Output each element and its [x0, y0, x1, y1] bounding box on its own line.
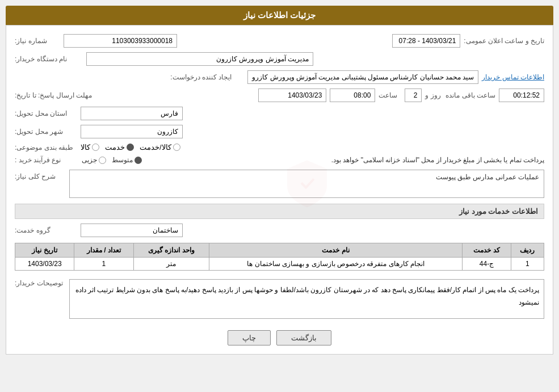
need-number-label: شماره نیاز: [15, 37, 60, 45]
buyer-name-label: نام دستگاه خریدار: [15, 55, 83, 63]
radio-jozii-label: جزیی [82, 156, 97, 164]
col-quantity: تعداد / مقدار [74, 243, 133, 258]
time-label: ساعت [379, 91, 401, 99]
radio-kala-khedmat-circle [173, 144, 180, 151]
row-group-service: ساختمان گروه خدمت: [15, 224, 544, 237]
announcement-value: 1403/03/21 - 07:28 [392, 34, 460, 48]
need-number-value: 1103003933000018 [64, 34, 177, 48]
table-row: 1ج-44انجام کارهای متفرقه درخصوص بازسازی … [15, 258, 544, 271]
col-service-code: کد خدمت [463, 243, 511, 258]
days-value: 2 [405, 88, 422, 102]
radio-khedmat-circle [127, 144, 134, 151]
radio-khedmat[interactable]: خدمت [105, 143, 134, 151]
table-cell-quantity: 1 [74, 258, 133, 271]
col-row-num: ردیف [511, 243, 544, 258]
radio-kala-label: کالا [81, 143, 90, 151]
remaining-label: ساعت باقی مانده [445, 91, 495, 99]
radio-motavaset[interactable]: متوسط [112, 156, 142, 164]
page-title: جزئیات اطلاعات نیاز [6, 6, 553, 25]
province-value: فارس [81, 107, 183, 120]
category-radio-group: کالا/خدمت خدمت کالا [81, 143, 180, 151]
radio-kala-circle [92, 144, 99, 151]
button-row: بازگشت چاپ [15, 330, 544, 345]
creator-label: ایجاد کننده درخواست: [170, 73, 244, 81]
row-description: عملیات عمرانی مدارس طبق پیوست شرح کلی نی… [15, 170, 544, 198]
page-wrapper: جزئیات اطلاعات نیاز تاریخ و ساعت اعلان ع… [0, 0, 559, 392]
deadline-date-value: 1403/03/23 [258, 88, 326, 102]
remaining-value: 00:12:52 [499, 88, 544, 102]
creator-link[interactable]: اطلاعات تماس خریدار [482, 73, 544, 81]
time-value: 08:00 [330, 88, 375, 102]
services-section-title: اطلاعات خدمات مورد نیاز [15, 204, 544, 219]
row-province: فارس استان محل تحویل: [15, 107, 544, 120]
radio-motavaset-label: متوسط [112, 156, 133, 164]
row-category: کالا/خدمت خدمت کالا طبقه بندی موضوعی: [15, 143, 544, 151]
group-service-value: ساختمان [81, 224, 183, 237]
description-container: عملیات عمرانی مدارس طبق پیوست [69, 170, 544, 198]
table-cell-code: ج-44 [463, 258, 511, 271]
services-table: ردیف کد خدمت نام خدمت واحد اندازه گیری ت… [15, 243, 544, 271]
radio-jozii[interactable]: جزیی [82, 156, 106, 164]
radio-kala[interactable]: کالا [81, 143, 99, 151]
notes-label: توصیحات خریدار: [15, 276, 66, 287]
col-date: تاریخ نیاز [15, 243, 74, 258]
radio-kala-khedmat-label: کالا/خدمت [140, 143, 171, 151]
notes-value: پرداخت یک ماه پس از اتمام کار/فقط پیمانک… [69, 279, 544, 319]
buyer-name-value: مدیریت آموزش وپرورش کازرون [86, 52, 313, 66]
row-notes: پرداخت یک ماه پس از اتمام کار/فقط پیمانک… [15, 276, 544, 322]
table-cell-row: 1 [511, 258, 544, 271]
deadline-label: مهلت ارسال پاسخ: تا تاریخ: [15, 91, 92, 99]
city-value: کازرون [81, 125, 183, 138]
radio-kala-khedmat[interactable]: کالا/خدمت [140, 143, 180, 151]
description-value: عملیات عمرانی مدارس طبق پیوست [69, 170, 544, 198]
row-announcement: تاریخ و ساعت اعلان عمومی: 1403/03/21 - 0… [15, 34, 544, 48]
creator-value: سید محمد حسانیان کارشناس مسئول پشتیبانی … [247, 70, 478, 84]
announcement-label: تاریخ و ساعت اعلان عمومی: [464, 37, 544, 45]
city-label: شهر محل تحویل: [15, 128, 77, 136]
row-city: کازرون شهر محل تحویل: [15, 125, 544, 138]
col-unit: واحد اندازه گیری [133, 243, 209, 258]
process-label: نوع فرآیند خرید : [15, 156, 77, 164]
print-button[interactable]: چاپ [228, 330, 271, 345]
radio-khedmat-label: خدمت [105, 143, 125, 151]
category-label: طبقه بندی موضوعی: [15, 144, 77, 151]
description-label: شرح کلی نیاز: [15, 170, 66, 180]
table-cell-unit: متر [133, 258, 209, 271]
table-cell-name: انجام کارهای متفرقه درخصوص بازسازی و بهس… [209, 258, 463, 271]
group-service-label: گروه خدمت: [15, 226, 77, 234]
row-deadline: 00:12:52 ساعت باقی مانده روز و 2 ساعت 08… [15, 88, 544, 102]
table-cell-date: 1403/03/23 [15, 258, 74, 271]
day-label: روز و [425, 91, 442, 99]
row-process: پرداخت تمام یا بخشی از مبلغ خریدار از مح… [15, 156, 544, 164]
radio-jozii-circle [99, 157, 106, 164]
services-table-section: ردیف کد خدمت نام خدمت واحد اندازه گیری ت… [15, 243, 544, 271]
row-buyer: مدیریت آموزش وپرورش کازرون نام دستگاه خر… [15, 52, 544, 66]
radio-motavaset-circle [135, 157, 142, 164]
col-service-name: نام خدمت [209, 243, 463, 258]
main-content: تاریخ و ساعت اعلان عمومی: 1403/03/21 - 0… [6, 25, 553, 355]
row-creator: اطلاعات تماس خریدار سید محمد حسانیان کار… [15, 70, 544, 84]
back-button[interactable]: بازگشت [276, 330, 331, 345]
process-note: پرداخت تمام یا بخشی از مبلغ خریدار از مح… [331, 156, 544, 164]
table-header-row: ردیف کد خدمت نام خدمت واحد اندازه گیری ت… [15, 243, 544, 258]
province-label: استان محل تحویل: [15, 109, 77, 117]
process-radio-group: متوسط جزیی [82, 156, 142, 164]
